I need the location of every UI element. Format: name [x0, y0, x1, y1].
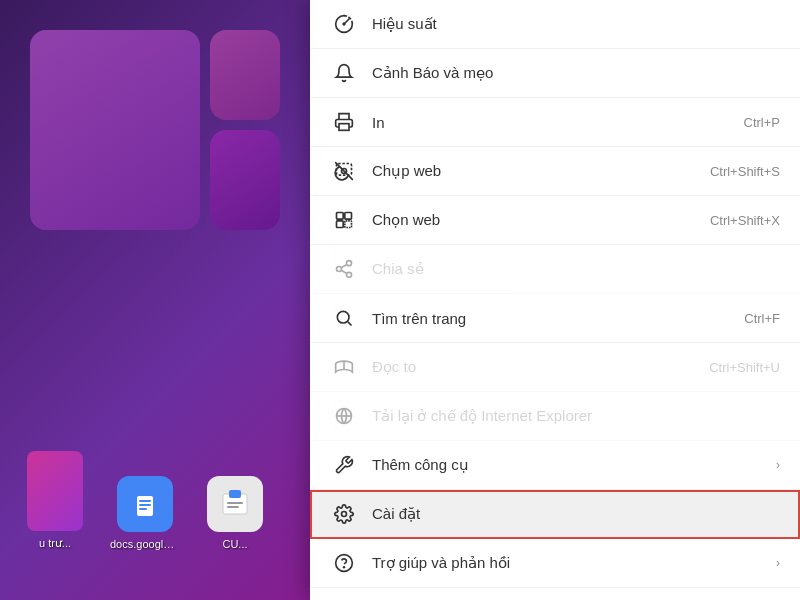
- select-icon: [330, 206, 358, 234]
- settings-icon: [330, 500, 358, 528]
- menu-item-chup-web[interactable]: Chụp web Ctrl+Shift+S: [310, 147, 800, 196]
- hieu-suat-icon: [330, 10, 358, 38]
- icon-img-docs: [117, 476, 173, 532]
- icon-img-3: [207, 476, 263, 532]
- menu-item-chia-se: Chia sẻ: [310, 245, 800, 294]
- bell-icon: [330, 59, 358, 87]
- menu-item-doc-to-shortcut: Ctrl+Shift+U: [709, 360, 780, 375]
- menu-item-tai-lai-ie: Tải lại ở chế độ Internet Explorer: [310, 392, 800, 441]
- menu-item-chon-web-shortcut: Ctrl+Shift+X: [710, 213, 780, 228]
- desktop-icon-3[interactable]: CU...: [200, 476, 270, 550]
- svg-rect-6: [229, 490, 241, 498]
- svg-point-18: [337, 267, 342, 272]
- menu-item-them-cong-cu-label: Thêm công cụ: [372, 456, 766, 474]
- menu-item-tim-trang-shortcut: Ctrl+F: [744, 311, 780, 326]
- icon-label-1: u trư...: [20, 537, 90, 550]
- clip-icon: [219, 488, 251, 520]
- svg-point-26: [342, 512, 347, 517]
- menu-item-tim-trang-label: Tìm trên trang: [372, 310, 724, 327]
- svg-rect-10: [339, 124, 349, 131]
- menu-item-tim-trang[interactable]: Tìm trên trang Ctrl+F: [310, 294, 800, 343]
- desktop-icon-1[interactable]: u trư...: [20, 451, 90, 550]
- context-menu: Hiệu suất Cảnh Báo và mẹo In Ctrl+P: [310, 0, 800, 600]
- menu-item-chup-web-label: Chụp web: [372, 162, 690, 180]
- menu-item-in-shortcut: Ctrl+P: [744, 115, 780, 130]
- them-cong-cu-arrow-icon: ›: [776, 458, 780, 472]
- menu-item-in[interactable]: In Ctrl+P: [310, 98, 800, 147]
- docs-icon: [129, 488, 161, 520]
- icon-label-3: CU...: [200, 538, 270, 550]
- tools-icon: [330, 451, 358, 479]
- icon-label-docs: docs.google....: [110, 538, 180, 550]
- svg-rect-4: [139, 508, 147, 510]
- menu-item-canh-bao-label: Cảnh Báo và mẹo: [372, 64, 780, 82]
- desktop-icons-area: u trư... docs.google.... CU...: [0, 441, 290, 560]
- desktop-card-1: [30, 30, 200, 230]
- svg-line-21: [341, 264, 347, 267]
- icon-img-1: [27, 451, 83, 531]
- menu-item-hieu-suat[interactable]: Hiệu suất: [310, 0, 800, 49]
- menu-item-tro-giup-label: Trợ giúp và phản hồi: [372, 554, 766, 572]
- menu-item-cai-dat-label: Cài đặt: [372, 505, 780, 523]
- svg-point-17: [347, 261, 352, 266]
- tro-giup-arrow-icon: ›: [776, 556, 780, 570]
- share-icon: [330, 255, 358, 283]
- svg-rect-15: [337, 221, 344, 228]
- svg-line-23: [348, 322, 352, 326]
- menu-item-tro-giup[interactable]: Trợ giúp và phản hồi ›: [310, 539, 800, 588]
- search-icon: [330, 304, 358, 332]
- menu-item-chon-web-label: Chọn web: [372, 211, 690, 229]
- desktop-card-3: [210, 130, 280, 230]
- svg-line-20: [341, 270, 347, 273]
- menu-item-canh-bao[interactable]: Cảnh Báo và mẹo: [310, 49, 800, 98]
- screenshot-icon: [330, 157, 358, 185]
- menu-item-tai-lai-ie-label: Tải lại ở chế độ Internet Explorer: [372, 407, 780, 425]
- menu-item-chup-web-shortcut: Ctrl+Shift+S: [710, 164, 780, 179]
- menu-item-hieu-suat-label: Hiệu suất: [372, 15, 780, 33]
- svg-point-19: [347, 272, 352, 277]
- ie-icon: [330, 402, 358, 430]
- svg-rect-13: [337, 213, 344, 220]
- menu-item-doc-to: Đọc to Ctrl+Shift+U: [310, 343, 800, 392]
- menu-item-doc-to-label: Đọc to: [372, 358, 689, 376]
- desktop-card-2: [210, 30, 280, 120]
- menu-item-chia-se-label: Chia sẻ: [372, 260, 780, 278]
- svg-rect-7: [227, 502, 243, 504]
- svg-rect-16: [345, 221, 352, 228]
- svg-rect-8: [227, 506, 239, 508]
- menu-item-in-label: In: [372, 114, 724, 131]
- svg-rect-2: [139, 500, 151, 502]
- svg-point-22: [337, 311, 349, 323]
- desktop-icon-docs[interactable]: docs.google....: [110, 476, 180, 550]
- menu-item-cai-dat[interactable]: Cài đặt: [310, 490, 800, 539]
- svg-rect-14: [345, 213, 352, 220]
- svg-rect-3: [139, 504, 151, 506]
- menu-item-them-cong-cu[interactable]: Thêm công cụ ›: [310, 441, 800, 490]
- svg-point-9: [342, 22, 345, 25]
- read-icon: [330, 353, 358, 381]
- help-icon: [330, 549, 358, 577]
- menu-item-chon-web[interactable]: Chọn web Ctrl+Shift+X: [310, 196, 800, 245]
- print-icon: [330, 108, 358, 136]
